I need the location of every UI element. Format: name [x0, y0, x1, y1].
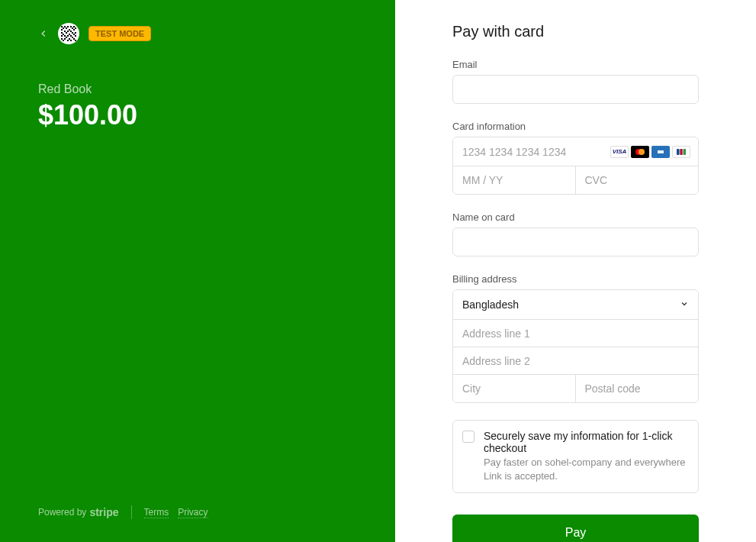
amex-icon [651, 146, 670, 158]
card-expiry-input[interactable] [453, 166, 576, 194]
powered-by: Powered by stripe [38, 506, 119, 518]
save-info-checkbox[interactable] [462, 431, 475, 443]
svg-rect-44 [684, 149, 687, 155]
summary-header: TEST MODE [38, 23, 357, 44]
svg-rect-16 [61, 32, 63, 34]
svg-rect-11 [69, 29, 70, 31]
svg-rect-18 [72, 32, 73, 34]
address-line-2-input[interactable] [453, 347, 698, 375]
address-line-1-input[interactable] [453, 320, 698, 347]
svg-rect-14 [67, 31, 69, 32]
terms-link[interactable]: Terms [144, 507, 169, 518]
test-mode-badge: TEST MODE [88, 26, 151, 41]
svg-rect-15 [70, 31, 72, 32]
payment-panel: Pay with card Email Card information VIS… [395, 0, 756, 542]
svg-rect-28 [66, 37, 67, 38]
billing-address-group: Bangladesh [452, 289, 699, 403]
svg-rect-22 [73, 34, 75, 35]
card-cvc-input[interactable] [576, 166, 699, 194]
svg-rect-29 [72, 37, 73, 38]
svg-rect-20 [63, 34, 64, 35]
svg-rect-7 [66, 27, 67, 29]
name-on-card-input[interactable] [452, 227, 699, 256]
svg-rect-24 [64, 35, 66, 37]
svg-rect-27 [75, 35, 76, 37]
postal-code-input[interactable] [576, 375, 699, 402]
svg-rect-26 [70, 35, 72, 37]
svg-rect-37 [75, 40, 76, 41]
svg-rect-6 [63, 27, 64, 29]
svg-rect-32 [69, 38, 70, 40]
svg-rect-35 [67, 40, 69, 41]
email-label: Email [452, 59, 699, 70]
svg-point-39 [639, 149, 645, 155]
product-name: Red Book [38, 82, 357, 96]
svg-rect-19 [75, 32, 76, 34]
billing-label: Billing address [452, 273, 699, 285]
svg-rect-12 [73, 29, 75, 31]
svg-rect-34 [63, 40, 64, 41]
svg-rect-43 [680, 149, 683, 155]
svg-rect-33 [73, 38, 75, 40]
email-input[interactable] [452, 75, 699, 104]
summary-panel: TEST MODE Red Book $100.00 Powered by st… [0, 0, 395, 542]
svg-rect-13 [64, 31, 66, 32]
save-info-box: Securely save my information for 1-click… [452, 420, 699, 493]
footer-divider [131, 505, 132, 519]
page-title: Pay with card [452, 23, 699, 40]
name-label: Name on card [452, 211, 699, 223]
card-number-input[interactable] [453, 138, 610, 166]
card-info-label: Card information [452, 121, 699, 132]
save-info-description: Pay faster on sohel-company and everywhe… [484, 456, 689, 483]
svg-rect-4 [70, 26, 72, 27]
privacy-link[interactable]: Privacy [178, 507, 207, 518]
svg-rect-36 [70, 40, 72, 41]
card-brand-icons: VISA [610, 146, 698, 158]
stripe-logo: stripe [89, 506, 118, 518]
svg-rect-2 [64, 26, 66, 27]
pay-button[interactable]: Pay [452, 515, 699, 542]
save-info-title: Securely save my information for 1-click… [484, 430, 689, 454]
country-select[interactable]: Bangladesh [453, 290, 698, 319]
svg-rect-25 [67, 35, 69, 37]
jcb-icon [672, 146, 690, 158]
svg-rect-42 [677, 149, 680, 155]
product-price: $100.00 [38, 99, 357, 131]
svg-rect-41 [658, 150, 664, 153]
svg-rect-8 [72, 27, 73, 29]
city-input[interactable] [453, 375, 576, 402]
svg-rect-10 [61, 29, 63, 31]
visa-icon: VISA [610, 146, 629, 158]
back-arrow-icon[interactable] [38, 28, 49, 39]
mastercard-icon [631, 146, 649, 158]
svg-rect-17 [66, 32, 67, 34]
summary-footer: Powered by stripe Terms Privacy [38, 505, 217, 519]
svg-rect-5 [73, 26, 75, 27]
svg-rect-30 [61, 38, 63, 40]
powered-by-label: Powered by [38, 507, 86, 518]
merchant-logo [58, 23, 79, 44]
svg-rect-9 [75, 27, 76, 29]
svg-rect-3 [67, 26, 69, 27]
card-input-group: VISA [452, 137, 699, 195]
svg-rect-1 [61, 26, 63, 27]
svg-rect-21 [69, 34, 70, 35]
svg-rect-23 [61, 35, 63, 37]
svg-rect-31 [64, 38, 66, 40]
